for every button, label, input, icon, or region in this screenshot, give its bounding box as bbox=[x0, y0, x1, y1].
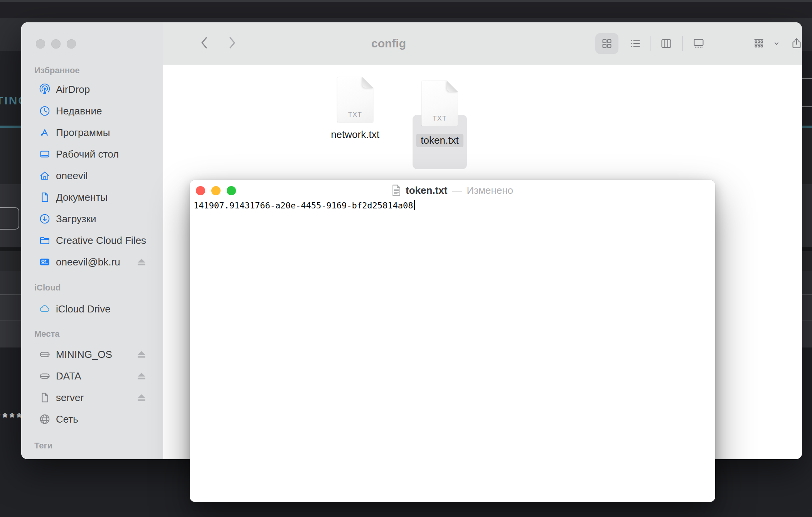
gallery-view-button[interactable] bbox=[692, 37, 705, 50]
desktop-icon bbox=[39, 148, 51, 160]
clock-icon bbox=[39, 105, 51, 117]
sidebar-section-header: Теги bbox=[34, 441, 52, 451]
sidebar-item-icloud-drive[interactable]: iCloud Drive bbox=[21, 298, 163, 320]
sidebar-item-label: server bbox=[56, 392, 84, 404]
token-text: 141907.91431766-a20e-4455-9169-bf2d25814… bbox=[194, 201, 413, 210]
forward-button[interactable] bbox=[227, 35, 237, 52]
list-view-button[interactable] bbox=[629, 37, 642, 50]
textedit-titlebar[interactable]: token.txt — Изменено bbox=[190, 180, 715, 201]
file-token-txt[interactable]: TXT token.txt bbox=[413, 77, 467, 147]
group-by-chevron[interactable] bbox=[774, 41, 779, 46]
eject-icon[interactable] bbox=[137, 259, 146, 265]
sidebar-item-label: Программы bbox=[56, 127, 110, 139]
sidebar-item-server[interactable]: server bbox=[21, 387, 163, 408]
sidebar-section-header: Избранное bbox=[34, 65, 80, 76]
sidebar-item-airdrop[interactable]: AirDrop bbox=[21, 79, 163, 100]
eject-icon[interactable] bbox=[137, 373, 146, 379]
title-separator: — bbox=[452, 185, 462, 196]
grid-view-icon bbox=[600, 37, 613, 50]
harddrive-icon bbox=[39, 349, 51, 360]
share-button[interactable] bbox=[790, 37, 803, 50]
sidebar-item-applications[interactable]: Программы bbox=[21, 122, 163, 143]
close-button[interactable] bbox=[36, 39, 45, 49]
sidebar-item-label: iCloud Drive bbox=[56, 303, 111, 315]
sidebar-item-network[interactable]: Сеть bbox=[21, 408, 163, 430]
file-name-label: network.txt bbox=[331, 129, 379, 141]
sidebar-item-data[interactable]: DATA bbox=[21, 365, 163, 387]
sidebar-item-downloads[interactable]: Загрузки bbox=[21, 208, 163, 230]
sidebar-item-label: Рабочий стол bbox=[56, 148, 119, 160]
sidebar-item-label: Документы bbox=[56, 191, 108, 203]
sidebar-item-label: Creative Cloud Files bbox=[56, 235, 146, 247]
grid-view-button[interactable] bbox=[600, 37, 613, 50]
file-type-badge: TXT bbox=[421, 115, 458, 123]
toolbar-separator bbox=[682, 36, 683, 51]
txt-file-icon: TXT bbox=[337, 77, 374, 123]
back-button[interactable] bbox=[199, 35, 209, 52]
sidebar-item-label: MINING_OS bbox=[56, 349, 112, 361]
background-input-outline bbox=[0, 207, 19, 230]
sidebar-item-documents[interactable]: Документы bbox=[21, 186, 163, 208]
share-icon bbox=[790, 37, 803, 50]
sidebar-item-label: AirDrop bbox=[56, 84, 90, 96]
file-type-badge: TXT bbox=[337, 111, 374, 119]
finder-toolbar: config bbox=[163, 22, 802, 65]
background-band bbox=[0, 2, 812, 18]
eject-icon[interactable] bbox=[137, 394, 146, 401]
minimize-button[interactable] bbox=[211, 186, 221, 195]
textedit-title-group: token.txt — Изменено bbox=[244, 180, 661, 201]
appstore-icon bbox=[39, 127, 51, 138]
minimize-button[interactable] bbox=[51, 39, 61, 49]
group-by-icon bbox=[752, 37, 765, 50]
close-button[interactable] bbox=[196, 186, 205, 195]
edited-status: Изменено bbox=[467, 185, 513, 196]
airdrop-icon bbox=[39, 84, 51, 95]
zoom-button[interactable] bbox=[227, 186, 236, 195]
folder-title: config bbox=[371, 37, 406, 50]
document-proxy-icon[interactable] bbox=[392, 185, 401, 196]
sidebar-item-recents[interactable]: Недавние bbox=[21, 100, 163, 122]
file-icon bbox=[39, 392, 51, 403]
sidebar-item-label: DATA bbox=[56, 370, 81, 382]
column-view-button[interactable] bbox=[660, 37, 673, 50]
text-cursor bbox=[414, 200, 415, 210]
sidebar-item-desktop[interactable]: Рабочий стол bbox=[21, 143, 163, 165]
cloud-icon bbox=[39, 303, 51, 315]
eject-icon[interactable] bbox=[137, 351, 146, 358]
desktop-screen: TINGS ***** Избранное AirDrop bbox=[0, 0, 812, 517]
document-icon bbox=[39, 191, 51, 203]
textedit-window: token.txt — Изменено 141907.91431766-a20… bbox=[190, 180, 715, 502]
sidebar-item-label: Загрузки bbox=[56, 213, 96, 225]
column-view-icon bbox=[660, 37, 673, 50]
textedit-window-title: token.txt bbox=[406, 185, 447, 196]
download-circle-icon bbox=[39, 213, 51, 225]
list-view-icon bbox=[629, 37, 642, 50]
sidebar-section-header: Места bbox=[34, 329, 60, 339]
page-fold bbox=[362, 77, 374, 88]
sidebar-item-mining-os[interactable]: MINING_OS bbox=[21, 344, 163, 365]
home-icon bbox=[39, 170, 51, 181]
finder-sidebar: Избранное AirDrop Недавние bbox=[21, 22, 163, 459]
group-by-button[interactable] bbox=[752, 37, 765, 50]
zoom-button[interactable] bbox=[67, 39, 76, 49]
sidebar-item-label: oneevil@bk.ru bbox=[56, 256, 120, 268]
sidebar-item-mail-drive[interactable]: oneevil@bk.ru bbox=[21, 251, 163, 273]
file-name-label: token.txt bbox=[416, 134, 463, 147]
textedit-content[interactable]: 141907.91431766-a20e-4455-9169-bf2d25814… bbox=[194, 199, 711, 212]
sidebar-item-creative-cloud[interactable]: Creative Cloud Files bbox=[21, 230, 163, 251]
toolbar-separator bbox=[650, 36, 650, 51]
sidebar-item-label: oneevil bbox=[56, 170, 88, 182]
external-drive-icon bbox=[39, 256, 51, 268]
file-network-txt[interactable]: TXT network.txt bbox=[324, 77, 386, 141]
background-divider bbox=[801, 78, 812, 79]
harddrive-icon bbox=[39, 370, 51, 382]
sidebar-item-label: Недавние bbox=[56, 105, 102, 117]
sidebar-item-label: Сеть bbox=[56, 413, 78, 425]
txt-file-icon: TXT bbox=[421, 81, 458, 126]
folder-icon bbox=[39, 235, 51, 246]
page-fold bbox=[447, 81, 458, 92]
chevron-down-icon bbox=[774, 41, 779, 46]
background-divider bbox=[801, 106, 812, 107]
sidebar-item-home[interactable]: oneevil bbox=[21, 165, 163, 186]
gallery-view-icon bbox=[692, 37, 705, 50]
